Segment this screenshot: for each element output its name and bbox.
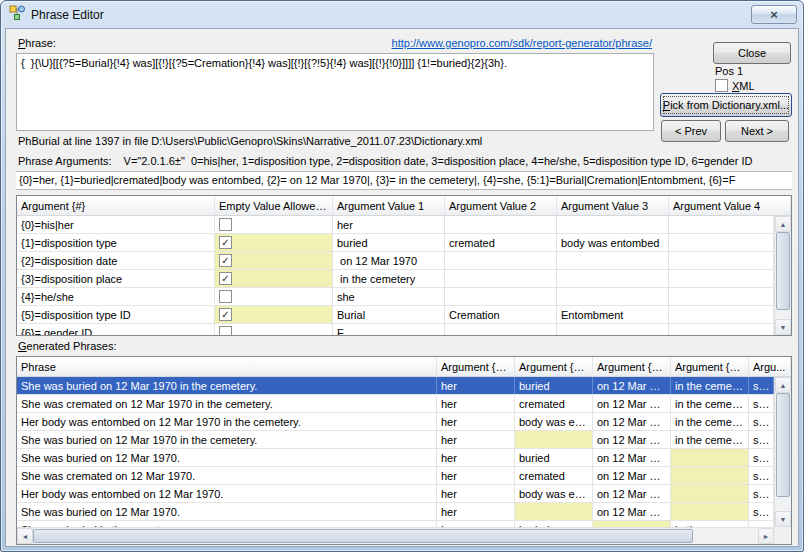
argument-value-cell [669, 252, 774, 269]
argument-cell: her [437, 431, 515, 448]
generated-table-body: She was buried on 12 Mar 1970 in the cem… [17, 377, 774, 527]
xml-checkbox[interactable]: ✓ [715, 79, 728, 92]
column-header[interactable]: Argument {3} ... [671, 357, 749, 376]
generated-phrase-row[interactable]: She was cremated on 12 Mar 1970. her cre… [17, 467, 774, 485]
argument-row[interactable]: {0}=his|her ✓ her [17, 216, 774, 234]
empty-allowed-checkbox[interactable]: ✓ [219, 272, 232, 285]
argument-value-cell: on 12 Mar 1970 [333, 252, 445, 269]
argument-value-cell [669, 270, 774, 287]
scroll-right-button[interactable]: ► [758, 528, 774, 544]
argument-cell: she [749, 449, 774, 466]
scrollbar-thumb[interactable] [776, 232, 790, 310]
argument-value-cell [445, 252, 557, 269]
argument-value-cell: Cremation [445, 306, 557, 323]
generated-phrase-row[interactable]: She was buried on 12 Mar 1970. her on 12… [17, 503, 774, 521]
argument-cell: she [749, 467, 774, 484]
argument-row[interactable]: {6}= gender ID ✓ F [17, 324, 774, 335]
argument-cell: she [749, 395, 774, 412]
generated-phrase-row[interactable]: She was buried on 12 Mar 1970 in the cem… [17, 431, 774, 449]
empty-allowed-checkbox[interactable]: ✓ [219, 308, 232, 321]
generated-table-header: Phrase Argument {0} ... Argument {1} ...… [17, 357, 791, 377]
scroll-down-button[interactable]: ▼ [775, 319, 791, 335]
pick-from-dictionary-button[interactable]: Pick from Dictionary.xml... [660, 93, 792, 117]
argument-value-cell [445, 324, 557, 335]
empty-allowed-checkbox[interactable]: ✓ [219, 218, 232, 231]
empty-allowed-cell: ✓ [215, 288, 333, 305]
phrase-input[interactable]: { }{\U}[[{?5=Burial}{!4} was][{!}[{?5=Cr… [16, 53, 654, 131]
scrollbar-thumb[interactable] [33, 529, 693, 543]
argument-cell: buried [515, 449, 593, 466]
horizontal-scrollbar[interactable]: ◄ ► [17, 527, 774, 544]
argument-name-cell: {3}=disposition place [17, 270, 215, 287]
column-header[interactable]: Argument {#} [17, 196, 215, 215]
scroll-down-icon: ▼ [780, 516, 787, 523]
scrollbar-corner [774, 527, 791, 544]
argument-cell: cremated [515, 467, 593, 484]
argument-name-cell: {0}=his|her [17, 216, 215, 233]
title-bar[interactable]: Phrase Editor × [1, 1, 803, 28]
phrase-doc-link[interactable]: http://www.genopro.com/sdk/report-genera… [392, 37, 652, 49]
empty-allowed-checkbox[interactable]: ✓ [219, 326, 232, 335]
scrollbar-thumb[interactable] [776, 393, 790, 497]
scroll-left-button[interactable]: ◄ [17, 528, 33, 544]
column-header[interactable]: Argument Value 3 [557, 196, 669, 215]
phrase-cell: She was buried on 12 Mar 1970 in the cem… [17, 377, 437, 394]
argument-cell: her [437, 377, 515, 394]
empty-allowed-cell: ✓ [215, 216, 333, 233]
argument-name-cell: {1}=disposition type [17, 234, 215, 251]
argument-cell [515, 503, 593, 520]
xml-checkbox-row: ✓ XML [715, 79, 755, 92]
generated-phrase-row[interactable]: She was buried on 12 Mar 1970 in the cem… [17, 377, 774, 395]
argument-name-cell: {2}=disposition date [17, 252, 215, 269]
scroll-up-button[interactable]: ▲ [775, 377, 791, 393]
argument-value-cell: Burial [333, 306, 445, 323]
argument-cell: she [749, 485, 774, 502]
column-header[interactable]: Argument Value 2 [445, 196, 557, 215]
vertical-scrollbar[interactable]: ▲ ▼ [774, 216, 791, 335]
argument-name-cell: {6}= gender ID [17, 324, 215, 335]
column-header[interactable]: Argument {0} ... [437, 357, 515, 376]
generated-phrase-row[interactable]: She was buried on 12 Mar 1970. her burie… [17, 449, 774, 467]
argument-cell: on 12 Mar 1970 [593, 449, 671, 466]
column-header[interactable]: Empty Value Allowed... [215, 196, 333, 215]
argument-value-cell [557, 288, 669, 305]
column-header[interactable]: Argu... [749, 357, 791, 376]
generated-phrase-row[interactable]: Her body was entombed on 12 Mar 1970. he… [17, 485, 774, 503]
argument-cell: she [749, 503, 774, 520]
argument-cell [671, 485, 749, 502]
argument-row[interactable]: {4}=he/she ✓ she [17, 288, 774, 306]
column-header[interactable]: Argument Value 1 [333, 196, 445, 215]
column-header[interactable]: Argument {1} ... [515, 357, 593, 376]
argument-cell: body was entombed [515, 413, 593, 430]
column-header[interactable]: Phrase [17, 357, 437, 376]
vertical-scrollbar[interactable]: ▲ ▼ [774, 377, 791, 527]
argument-value-cell [557, 252, 669, 269]
argument-cell: buried [515, 377, 593, 394]
empty-allowed-checkbox[interactable]: ✓ [219, 254, 232, 267]
generated-phrases-table: Phrase Argument {0} ... Argument {1} ...… [16, 356, 792, 545]
argument-row[interactable]: {2}=disposition date ✓ on 12 Mar 1970 [17, 252, 774, 270]
scroll-up-button[interactable]: ▲ [775, 216, 791, 232]
argument-name-cell: {4}=he/she [17, 288, 215, 305]
generated-phrase-row[interactable]: Her body was entombed on 12 Mar 1970 in … [17, 413, 774, 431]
column-header[interactable]: Argument Value 4 [669, 196, 791, 215]
prev-button[interactable]: < Prev [661, 120, 721, 142]
argument-row[interactable]: {3}=disposition place ✓ in the cemetery [17, 270, 774, 288]
scroll-down-button[interactable]: ▼ [775, 511, 791, 527]
argument-row[interactable]: {1}=disposition type ✓ buried cremated b… [17, 234, 774, 252]
close-button[interactable]: Close [713, 42, 791, 64]
argument-cell: she [749, 431, 774, 448]
column-header[interactable]: Argument {2} ... [593, 357, 671, 376]
window-close-button[interactable]: × [751, 5, 797, 24]
phrase-arguments-values: {0}=her, {1}=buried|cremated|body was en… [16, 171, 792, 190]
next-button[interactable]: Next > [725, 120, 789, 142]
phrase-cell: Her body was entombed on 12 Mar 1970 in … [17, 413, 437, 430]
argument-cell: on 12 Mar 1970 [593, 377, 671, 394]
dialog-client-area: Phrase: http://www.genopro.com/sdk/repor… [5, 28, 799, 547]
argument-cell [671, 503, 749, 520]
empty-allowed-checkbox[interactable]: ✓ [219, 236, 232, 249]
argument-cell: her [437, 503, 515, 520]
argument-row[interactable]: {5}=disposition type ID ✓ Burial Cremati… [17, 306, 774, 324]
generated-phrase-row[interactable]: She was cremated on 12 Mar 1970 in the c… [17, 395, 774, 413]
empty-allowed-checkbox[interactable]: ✓ [219, 290, 232, 303]
